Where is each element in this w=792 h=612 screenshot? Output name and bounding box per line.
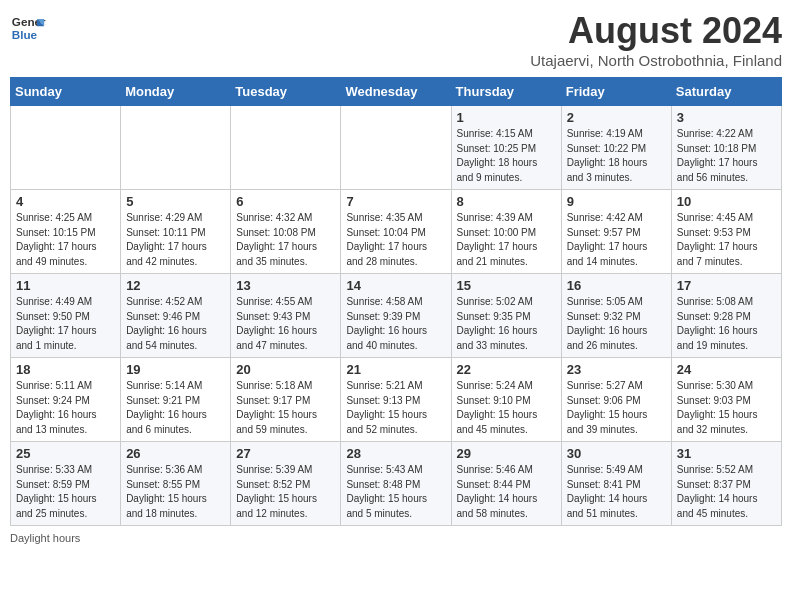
svg-text:Blue: Blue bbox=[12, 28, 38, 41]
day-info: Sunrise: 5:14 AM Sunset: 9:21 PM Dayligh… bbox=[126, 379, 225, 437]
day-number: 15 bbox=[457, 278, 556, 293]
page-header: General Blue August 2024 Utajaervi, Nort… bbox=[10, 10, 782, 69]
day-number: 24 bbox=[677, 362, 776, 377]
calendar-cell: 20Sunrise: 5:18 AM Sunset: 9:17 PM Dayli… bbox=[231, 358, 341, 442]
col-header-wednesday: Wednesday bbox=[341, 78, 451, 106]
calendar-cell: 29Sunrise: 5:46 AM Sunset: 8:44 PM Dayli… bbox=[451, 442, 561, 526]
day-info: Sunrise: 5:46 AM Sunset: 8:44 PM Dayligh… bbox=[457, 463, 556, 521]
day-number: 3 bbox=[677, 110, 776, 125]
day-number: 19 bbox=[126, 362, 225, 377]
calendar-header-row: SundayMondayTuesdayWednesdayThursdayFrid… bbox=[11, 78, 782, 106]
calendar-table: SundayMondayTuesdayWednesdayThursdayFrid… bbox=[10, 77, 782, 526]
day-info: Sunrise: 5:05 AM Sunset: 9:32 PM Dayligh… bbox=[567, 295, 666, 353]
col-header-saturday: Saturday bbox=[671, 78, 781, 106]
day-info: Sunrise: 4:25 AM Sunset: 10:15 PM Daylig… bbox=[16, 211, 115, 269]
calendar-cell: 10Sunrise: 4:45 AM Sunset: 9:53 PM Dayli… bbox=[671, 190, 781, 274]
day-number: 13 bbox=[236, 278, 335, 293]
calendar-cell bbox=[231, 106, 341, 190]
calendar-cell: 31Sunrise: 5:52 AM Sunset: 8:37 PM Dayli… bbox=[671, 442, 781, 526]
calendar-subtitle: Utajaervi, North Ostrobothnia, Finland bbox=[530, 52, 782, 69]
col-header-tuesday: Tuesday bbox=[231, 78, 341, 106]
day-info: Sunrise: 5:30 AM Sunset: 9:03 PM Dayligh… bbox=[677, 379, 776, 437]
calendar-week-1: 1Sunrise: 4:15 AM Sunset: 10:25 PM Dayli… bbox=[11, 106, 782, 190]
day-info: Sunrise: 4:19 AM Sunset: 10:22 PM Daylig… bbox=[567, 127, 666, 185]
col-header-sunday: Sunday bbox=[11, 78, 121, 106]
calendar-cell: 23Sunrise: 5:27 AM Sunset: 9:06 PM Dayli… bbox=[561, 358, 671, 442]
calendar-cell: 19Sunrise: 5:14 AM Sunset: 9:21 PM Dayli… bbox=[121, 358, 231, 442]
calendar-cell: 9Sunrise: 4:42 AM Sunset: 9:57 PM Daylig… bbox=[561, 190, 671, 274]
day-info: Sunrise: 4:45 AM Sunset: 9:53 PM Dayligh… bbox=[677, 211, 776, 269]
calendar-cell: 5Sunrise: 4:29 AM Sunset: 10:11 PM Dayli… bbox=[121, 190, 231, 274]
day-info: Sunrise: 5:02 AM Sunset: 9:35 PM Dayligh… bbox=[457, 295, 556, 353]
day-info: Sunrise: 4:39 AM Sunset: 10:00 PM Daylig… bbox=[457, 211, 556, 269]
day-info: Sunrise: 4:42 AM Sunset: 9:57 PM Dayligh… bbox=[567, 211, 666, 269]
calendar-cell bbox=[341, 106, 451, 190]
calendar-cell: 6Sunrise: 4:32 AM Sunset: 10:08 PM Dayli… bbox=[231, 190, 341, 274]
calendar-cell: 24Sunrise: 5:30 AM Sunset: 9:03 PM Dayli… bbox=[671, 358, 781, 442]
logo-icon: General Blue bbox=[10, 10, 46, 46]
calendar-week-3: 11Sunrise: 4:49 AM Sunset: 9:50 PM Dayli… bbox=[11, 274, 782, 358]
day-number: 16 bbox=[567, 278, 666, 293]
day-info: Sunrise: 5:18 AM Sunset: 9:17 PM Dayligh… bbox=[236, 379, 335, 437]
calendar-week-4: 18Sunrise: 5:11 AM Sunset: 9:24 PM Dayli… bbox=[11, 358, 782, 442]
day-number: 23 bbox=[567, 362, 666, 377]
calendar-cell: 1Sunrise: 4:15 AM Sunset: 10:25 PM Dayli… bbox=[451, 106, 561, 190]
day-number: 17 bbox=[677, 278, 776, 293]
day-info: Sunrise: 5:08 AM Sunset: 9:28 PM Dayligh… bbox=[677, 295, 776, 353]
day-info: Sunrise: 5:39 AM Sunset: 8:52 PM Dayligh… bbox=[236, 463, 335, 521]
day-number: 6 bbox=[236, 194, 335, 209]
day-number: 22 bbox=[457, 362, 556, 377]
calendar-cell: 26Sunrise: 5:36 AM Sunset: 8:55 PM Dayli… bbox=[121, 442, 231, 526]
calendar-week-2: 4Sunrise: 4:25 AM Sunset: 10:15 PM Dayli… bbox=[11, 190, 782, 274]
day-info: Sunrise: 5:11 AM Sunset: 9:24 PM Dayligh… bbox=[16, 379, 115, 437]
calendar-cell: 2Sunrise: 4:19 AM Sunset: 10:22 PM Dayli… bbox=[561, 106, 671, 190]
day-info: Sunrise: 5:27 AM Sunset: 9:06 PM Dayligh… bbox=[567, 379, 666, 437]
day-info: Sunrise: 4:49 AM Sunset: 9:50 PM Dayligh… bbox=[16, 295, 115, 353]
day-number: 30 bbox=[567, 446, 666, 461]
day-number: 11 bbox=[16, 278, 115, 293]
day-info: Sunrise: 4:29 AM Sunset: 10:11 PM Daylig… bbox=[126, 211, 225, 269]
calendar-cell: 15Sunrise: 5:02 AM Sunset: 9:35 PM Dayli… bbox=[451, 274, 561, 358]
day-info: Sunrise: 5:36 AM Sunset: 8:55 PM Dayligh… bbox=[126, 463, 225, 521]
day-number: 14 bbox=[346, 278, 445, 293]
day-info: Sunrise: 4:32 AM Sunset: 10:08 PM Daylig… bbox=[236, 211, 335, 269]
day-number: 28 bbox=[346, 446, 445, 461]
day-info: Sunrise: 5:33 AM Sunset: 8:59 PM Dayligh… bbox=[16, 463, 115, 521]
calendar-cell bbox=[11, 106, 121, 190]
calendar-cell: 25Sunrise: 5:33 AM Sunset: 8:59 PM Dayli… bbox=[11, 442, 121, 526]
day-info: Sunrise: 4:15 AM Sunset: 10:25 PM Daylig… bbox=[457, 127, 556, 185]
calendar-cell: 7Sunrise: 4:35 AM Sunset: 10:04 PM Dayli… bbox=[341, 190, 451, 274]
day-number: 10 bbox=[677, 194, 776, 209]
day-number: 4 bbox=[16, 194, 115, 209]
day-info: Sunrise: 4:52 AM Sunset: 9:46 PM Dayligh… bbox=[126, 295, 225, 353]
day-number: 31 bbox=[677, 446, 776, 461]
day-number: 25 bbox=[16, 446, 115, 461]
day-info: Sunrise: 5:52 AM Sunset: 8:37 PM Dayligh… bbox=[677, 463, 776, 521]
day-number: 2 bbox=[567, 110, 666, 125]
calendar-cell: 12Sunrise: 4:52 AM Sunset: 9:46 PM Dayli… bbox=[121, 274, 231, 358]
day-info: Sunrise: 4:55 AM Sunset: 9:43 PM Dayligh… bbox=[236, 295, 335, 353]
day-info: Sunrise: 5:21 AM Sunset: 9:13 PM Dayligh… bbox=[346, 379, 445, 437]
day-info: Sunrise: 4:35 AM Sunset: 10:04 PM Daylig… bbox=[346, 211, 445, 269]
calendar-cell: 30Sunrise: 5:49 AM Sunset: 8:41 PM Dayli… bbox=[561, 442, 671, 526]
calendar-cell: 18Sunrise: 5:11 AM Sunset: 9:24 PM Dayli… bbox=[11, 358, 121, 442]
calendar-cell: 11Sunrise: 4:49 AM Sunset: 9:50 PM Dayli… bbox=[11, 274, 121, 358]
day-info: Sunrise: 4:58 AM Sunset: 9:39 PM Dayligh… bbox=[346, 295, 445, 353]
calendar-cell: 17Sunrise: 5:08 AM Sunset: 9:28 PM Dayli… bbox=[671, 274, 781, 358]
day-number: 29 bbox=[457, 446, 556, 461]
calendar-cell: 3Sunrise: 4:22 AM Sunset: 10:18 PM Dayli… bbox=[671, 106, 781, 190]
col-header-thursday: Thursday bbox=[451, 78, 561, 106]
calendar-cell: 21Sunrise: 5:21 AM Sunset: 9:13 PM Dayli… bbox=[341, 358, 451, 442]
day-number: 5 bbox=[126, 194, 225, 209]
day-number: 1 bbox=[457, 110, 556, 125]
calendar-cell: 16Sunrise: 5:05 AM Sunset: 9:32 PM Dayli… bbox=[561, 274, 671, 358]
title-area: August 2024 Utajaervi, North Ostrobothni… bbox=[530, 10, 782, 69]
day-number: 20 bbox=[236, 362, 335, 377]
calendar-cell: 8Sunrise: 4:39 AM Sunset: 10:00 PM Dayli… bbox=[451, 190, 561, 274]
day-number: 27 bbox=[236, 446, 335, 461]
day-info: Sunrise: 4:22 AM Sunset: 10:18 PM Daylig… bbox=[677, 127, 776, 185]
day-info: Sunrise: 5:49 AM Sunset: 8:41 PM Dayligh… bbox=[567, 463, 666, 521]
calendar-cell bbox=[121, 106, 231, 190]
col-header-friday: Friday bbox=[561, 78, 671, 106]
day-number: 21 bbox=[346, 362, 445, 377]
